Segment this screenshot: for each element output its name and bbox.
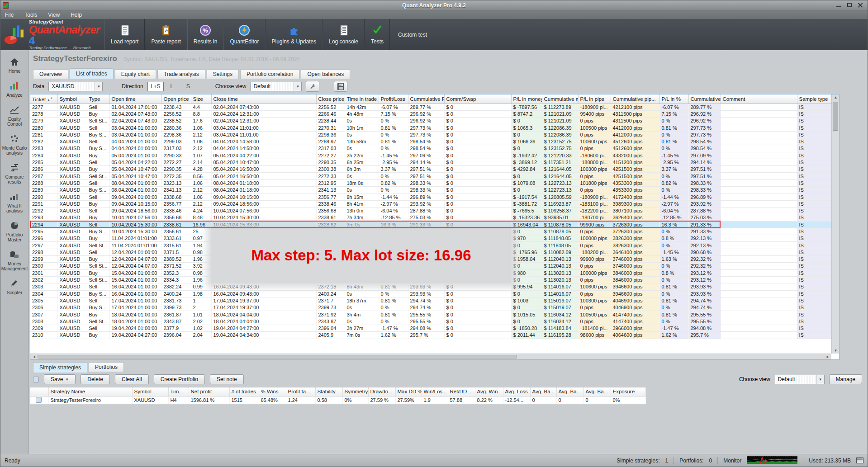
button-set-note[interactable]: Set note: [210, 374, 244, 384]
custom-test-label[interactable]: Custom test: [390, 19, 435, 50]
trades-header-cum_pct[interactable]: Cummulative % ...: [688, 94, 721, 104]
strategies-header[interactable]: Drawdo...: [368, 387, 395, 396]
strategies-header[interactable]: Exposure: [611, 387, 645, 396]
trade-row[interactable]: 2281XAUUSDBuy S...03.04.2024 01:00:00229…: [30, 131, 832, 138]
trades-header-pl[interactable]: Profit/Loss: [379, 94, 408, 104]
scroll-up-icon[interactable]: ▲: [832, 95, 840, 99]
bottom-choose-view-select[interactable]: Default ▼: [775, 375, 825, 384]
strategies-header[interactable]: Avg. Ba...: [530, 387, 556, 396]
trade-row[interactable]: 2288XAUUSDSell08.04.2024 01:00:002323.13…: [30, 179, 832, 186]
export-csv-button[interactable]: csv: [334, 81, 347, 92]
strategy-row[interactable]: StrategyTesterForexiroXAUUSDH41596.81 %1…: [30, 396, 645, 404]
button-save[interactable]: Save▼: [44, 374, 76, 384]
maximize-button[interactable]: [846, 2, 853, 8]
row-checkbox[interactable]: [36, 397, 42, 403]
button-create-portfolio[interactable]: Create Portfolio: [154, 374, 205, 384]
sidebar-item-portfolio-master[interactable]: Portfolio Master: [0, 221, 28, 242]
sidebar-item-equity-control[interactable]: Equity Control: [0, 105, 28, 127]
strategies-header[interactable]: Win/Los...: [422, 387, 448, 396]
trades-header-comm[interactable]: Comm/Swap: [444, 94, 511, 104]
strategies-header[interactable]: Symmetry: [342, 387, 368, 396]
trades-header-close_price[interactable]: Close price: [316, 94, 345, 104]
trades-header-open_price[interactable]: Open price: [161, 94, 191, 104]
button-delete[interactable]: Delete: [81, 374, 110, 384]
trade-row[interactable]: 2284XAUUSDBuy05.04.2024 01:00:002290.331…: [30, 152, 832, 159]
menu-item-help[interactable]: Help: [71, 12, 82, 18]
trades-header-type[interactable]: Type: [87, 94, 109, 104]
trade-row[interactable]: 2304XAUUSDBuy S...16.04.2024 01:00:00240…: [30, 290, 832, 297]
menu-item-tools[interactable]: Tools: [24, 12, 37, 18]
strategies-header[interactable]: % Wins: [259, 387, 286, 396]
tab-settings[interactable]: Settings: [207, 69, 239, 79]
select-all-checkbox[interactable]: [33, 377, 39, 382]
tab-overview[interactable]: Overview: [33, 69, 68, 79]
tab-open-balances[interactable]: Open balances: [301, 69, 350, 79]
sidebar-item-what-if-analysis[interactable]: What If analysis: [0, 192, 28, 213]
trades-header-pl_pct[interactable]: P/L in %: [659, 94, 688, 104]
bottom-tab-portfolios[interactable]: Portfolios: [89, 362, 124, 372]
strategies-header[interactable]: Avg. Ba...: [556, 387, 583, 396]
direction-option-l-s[interactable]: L+S: [147, 82, 164, 91]
horizontal-scrollbar[interactable]: ◄ ►: [30, 354, 831, 359]
button-clear-all[interactable]: Clear All: [115, 374, 149, 384]
menu-item-view[interactable]: View: [48, 12, 60, 18]
tab-portfolio-correlation[interactable]: Portfolio correlation: [240, 69, 299, 79]
minimize-button[interactable]: [835, 2, 842, 8]
view-settings-button[interactable]: [306, 81, 319, 92]
direction-option-s[interactable]: S: [180, 82, 196, 91]
strategies-header[interactable]: Net profit: [189, 387, 229, 396]
trade-row[interactable]: 2289XAUUSDBuy S...08.04.2024 01:00:00234…: [30, 187, 832, 193]
trade-row[interactable]: 2286XAUUSDBuy05.04.2024 10:47:002290.354…: [30, 166, 832, 173]
trades-header-cum_pips[interactable]: Cummulative pip...: [611, 94, 659, 104]
tab-trade-analysis[interactable]: Trade analysis: [157, 69, 205, 79]
sidebar-item-monte-carlo-analysis[interactable]: Monte Carlo analysis: [0, 134, 28, 156]
scroll-left-icon[interactable]: ◄: [30, 355, 38, 359]
tab-equity-chart[interactable]: Equity chart: [115, 69, 156, 79]
horizontal-scroll-thumb[interactable]: [38, 355, 517, 359]
trade-row[interactable]: 2305XAUUSDSell17.04.2024 01:00:002381.73…: [30, 297, 832, 304]
strategies-header[interactable]: Ret/DD ...: [448, 387, 475, 396]
bottom-tab-simple-strategies[interactable]: Simple strategies: [33, 362, 87, 373]
sidebar-item-analyze[interactable]: Analyze: [0, 81, 28, 98]
toolbar-button-paste-report[interactable]: Paste report: [145, 19, 187, 50]
scroll-right-icon[interactable]: ►: [824, 355, 831, 359]
trades-header-time_in_trade[interactable]: Time in trade: [345, 94, 379, 104]
strategies-header[interactable]: [30, 387, 48, 396]
sidebar-item-compare-results[interactable]: Compare results: [0, 163, 28, 184]
trades-header-sample[interactable]: Sample type: [797, 94, 832, 104]
trade-row[interactable]: 2294XAUUSDSell10.04.2024 15:30:002338.61…: [30, 221, 832, 228]
data-select[interactable]: XAUUSD ▼: [48, 82, 103, 91]
strategies-header[interactable]: Avg. Loss: [503, 387, 530, 396]
trade-row[interactable]: 2309XAUUSDSell19.04.2024 01:00:002377.91…: [30, 325, 832, 332]
trades-header-close_time[interactable]: Close time: [211, 94, 316, 104]
trades-header-cum_money[interactable]: Cummulative mo...: [542, 94, 578, 104]
trades-header-symbol[interactable]: Symbol: [57, 94, 87, 104]
trade-row[interactable]: 2280XAUUSDSell03.04.2024 01:00:002280.36…: [30, 124, 832, 131]
manage-button[interactable]: Manage: [829, 374, 862, 384]
strategies-header[interactable]: Avg. Ba...: [583, 387, 611, 396]
toolbar-button-tests[interactable]: Tests: [365, 19, 390, 50]
trade-row[interactable]: 2290XAUUSDSell09.04.2024 01:00:002338.68…: [30, 193, 832, 200]
trade-row[interactable]: 2287XAUUSDSell St...05.04.2024 10:47:002…: [30, 173, 832, 179]
sidebar-item-home[interactable]: Home: [0, 57, 28, 74]
strategies-header[interactable]: Profit fa...: [286, 387, 315, 396]
trades-header-ticket[interactable]: Ticket ▲1: [30, 94, 57, 104]
sidebar-item-money-management[interactable]: Money Management: [0, 250, 28, 271]
toolbar-button-plugins-updates[interactable]: Plugins & Updates: [266, 19, 323, 50]
direction-option-l[interactable]: L: [164, 82, 180, 91]
trades-header-pl_money[interactable]: P/L in money: [511, 94, 542, 104]
strategies-header[interactable]: Avg. Win: [475, 387, 503, 396]
trade-row[interactable]: 2282XAUUSDSell04.04.2024 01:00:002299.03…: [30, 138, 832, 145]
toolbar-button-load-report[interactable]: Load report: [104, 19, 145, 50]
trades-header-open_time[interactable]: Open time: [109, 94, 161, 104]
trade-row[interactable]: 2307XAUUSDBuy18.04.2024 01:00:002361.871…: [30, 311, 832, 318]
trade-row[interactable]: 2292XAUUSDSell09.04.2024 18:56:002338.46…: [30, 207, 832, 214]
trade-row[interactable]: 2306XAUUSDBuy S...17.04.2024 01:00:00239…: [30, 304, 832, 311]
strategies-header[interactable]: Symbol: [132, 387, 168, 396]
trade-row[interactable]: 2293XAUUSDBuy10.04.2024 07:56:002356.688…: [30, 214, 832, 221]
strategies-header[interactable]: Tim...: [168, 387, 189, 396]
trades-header-size[interactable]: Size: [191, 94, 211, 104]
trade-row[interactable]: 2310XAUUSDBuy19.04.2024 04:27:002396.042…: [30, 332, 832, 339]
vertical-scrollbar[interactable]: ▲ ▼: [831, 94, 839, 354]
strategies-header[interactable]: # of trades: [229, 387, 259, 396]
